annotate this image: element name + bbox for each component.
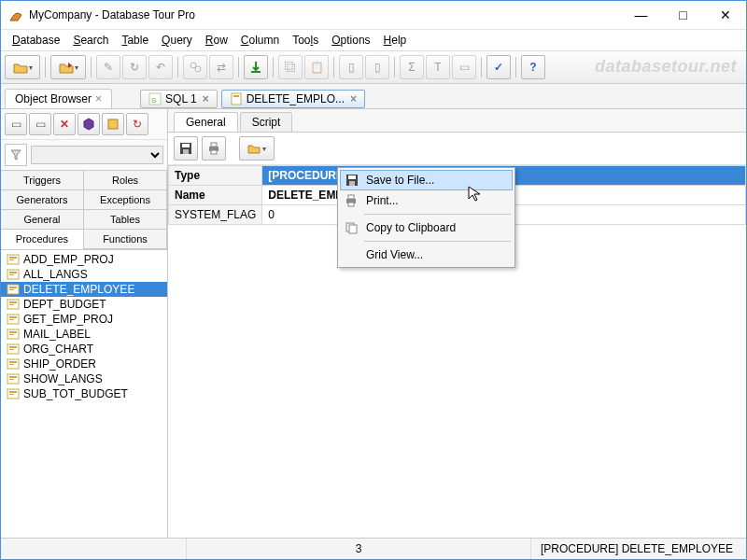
menu-options[interactable]: Options [326, 32, 375, 49]
context-menu: Save to File... Print... Copy to Clipboa… [337, 167, 515, 268]
menu-database[interactable]: Database [7, 32, 65, 49]
help-button[interactable]: ? [521, 55, 545, 79]
tree-item[interactable]: GET_EMP_PROJ [1, 312, 167, 327]
tree-item[interactable]: DEPT_BUDGET [1, 297, 167, 312]
svg-rect-33 [9, 376, 17, 378]
funnel-icon[interactable] [5, 144, 27, 166]
tab-procedures[interactable]: Procedures [0, 229, 84, 249]
status-left [1, 539, 187, 559]
tree-item-label: ALL_LANGS [23, 268, 88, 281]
tab-triggers[interactable]: Triggers [0, 170, 84, 190]
filter-select[interactable] [31, 146, 163, 164]
menu-tools[interactable]: Tools [287, 32, 324, 49]
text-button[interactable]: T [426, 55, 450, 79]
tree-item[interactable]: SUB_TOT_BUDGET [1, 386, 167, 401]
menubar: Database Search Table Query Row Column T… [1, 30, 746, 50]
save-button[interactable] [174, 136, 198, 161]
procedure-tree[interactable]: ADD_EMP_PROJALL_LANGSDELETE_EMPLOYEEDEPT… [1, 250, 167, 538]
refresh-list-button[interactable] [102, 113, 124, 135]
tab-generators[interactable]: Generators [0, 189, 84, 210]
sql-icon: S [148, 92, 162, 105]
svg-rect-39 [182, 144, 190, 147]
tab-functions[interactable]: Functions [83, 229, 167, 249]
export-button[interactable]: ▾ [50, 55, 86, 79]
tree-item-label: DEPT_BUDGET [23, 298, 106, 311]
tab-sql1-label: SQL 1 [165, 92, 197, 105]
procedure-icon [7, 284, 20, 295]
svg-rect-19 [9, 304, 14, 305]
cube-button[interactable] [78, 113, 100, 135]
tab-current[interactable]: DELETE_EMPLO... × [221, 90, 365, 108]
doc2-button[interactable]: ▯ [365, 55, 389, 79]
tab-tables[interactable]: Tables [83, 209, 167, 230]
copy-button[interactable]: ⿻ [278, 55, 303, 79]
subtab-general[interactable]: General [174, 112, 238, 132]
edit-button[interactable]: ✎ [96, 55, 120, 79]
svg-rect-37 [9, 394, 14, 395]
svg-rect-40 [183, 149, 189, 154]
new-object2-button[interactable]: ▭ [29, 113, 51, 135]
svg-rect-49 [348, 203, 354, 206]
tree-item[interactable]: ALL_LANGS [1, 267, 167, 282]
tree-item[interactable]: ORG_CHART [1, 342, 167, 357]
menu-column[interactable]: Column [235, 32, 285, 49]
tab-exceptions[interactable]: Exceptions [83, 189, 167, 210]
ctx-grid-label: Grid View... [366, 248, 423, 261]
new-object-button[interactable]: ▭ [5, 113, 27, 135]
tab-roles[interactable]: Roles [83, 170, 167, 190]
undo-button[interactable]: ↶ [148, 55, 173, 79]
svg-rect-34 [9, 379, 14, 380]
maximize-button[interactable]: □ [662, 1, 704, 29]
paste-button[interactable]: 📋 [304, 55, 329, 79]
close-button[interactable]: ✕ [704, 1, 746, 29]
menu-query[interactable]: Query [156, 32, 198, 49]
tree-item[interactable]: ADD_EMP_PROJ [1, 252, 167, 267]
tree-item-label: ADD_EMP_PROJ [23, 253, 114, 266]
svg-rect-13 [9, 274, 14, 275]
check-button[interactable]: ✓ [486, 55, 511, 79]
run-button[interactable] [244, 55, 268, 79]
replace-button[interactable]: ⇄ [209, 55, 233, 79]
status-count: 3 [187, 539, 531, 559]
ctx-print[interactable]: Print... [340, 190, 513, 211]
ctx-copy[interactable]: Copy to Clipboard [340, 217, 513, 238]
tree-item[interactable]: DELETE_EMPLOYEE [1, 282, 167, 297]
print-icon [344, 193, 359, 208]
subtab-script[interactable]: Script [240, 112, 293, 132]
tabstrip: Object Browser × S SQL 1 × DELETE_EMPLO.… [1, 84, 746, 109]
tree-item[interactable]: MAIL_LABEL [1, 327, 167, 342]
procedure-icon [7, 269, 20, 280]
tree-item[interactable]: SHOW_LANGS [1, 371, 167, 386]
tree-item[interactable]: SHIP_ORDER [1, 357, 167, 371]
folder-dropdown-button[interactable]: ▾ [239, 136, 275, 161]
delete-object-button[interactable]: ✕ [53, 113, 76, 135]
svg-rect-27 [9, 346, 17, 348]
refresh-button[interactable]: ↻ [122, 55, 147, 79]
print-button[interactable] [202, 136, 226, 161]
window-controls: — □ ✕ [620, 1, 746, 29]
svg-rect-16 [9, 289, 14, 290]
doc1-button[interactable]: ▯ [339, 55, 363, 79]
open-db-button[interactable]: ▾ [5, 55, 40, 79]
ctx-save-label: Save to File... [366, 174, 434, 187]
tab-sql1[interactable]: S SQL 1 × [140, 90, 218, 108]
svg-rect-36 [9, 391, 17, 393]
ctx-grid-view[interactable]: Grid View... [340, 245, 513, 265]
prop-type-key: Type [169, 166, 262, 186]
tab-current-close-icon[interactable]: × [350, 92, 357, 105]
minimize-button[interactable]: — [620, 1, 662, 29]
menu-table[interactable]: Table [116, 32, 154, 49]
menu-search[interactable]: Search [67, 32, 114, 49]
sum-button[interactable]: Σ [400, 55, 424, 79]
object-browser-tab[interactable]: Object Browser × [5, 89, 112, 108]
menu-row[interactable]: Row [200, 32, 233, 49]
menu-help[interactable]: Help [378, 32, 413, 49]
tab-general[interactable]: General [0, 209, 84, 230]
clear-button[interactable]: ▭ [452, 55, 476, 79]
tab-sql1-close-icon[interactable]: × [203, 92, 209, 105]
ctx-save-to-file[interactable]: Save to File... [340, 170, 513, 190]
find-button[interactable] [183, 55, 207, 79]
svg-rect-25 [9, 334, 14, 335]
object-browser-close-icon[interactable]: × [95, 92, 102, 105]
reload-button[interactable]: ↻ [126, 113, 148, 135]
